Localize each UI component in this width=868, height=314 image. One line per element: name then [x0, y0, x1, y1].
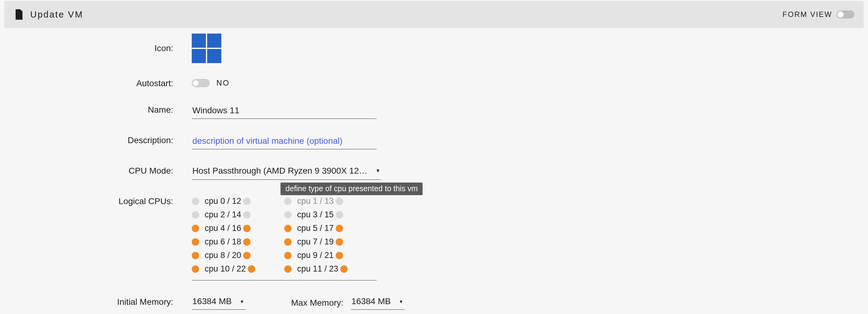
- cpu-core-toggle[interactable]: [192, 252, 199, 259]
- cpu-thread-toggle[interactable]: [243, 238, 251, 246]
- cpu-core-label: cpu 2 / 14: [205, 210, 241, 219]
- cpu-row: cpu 6 / 18cpu 7 / 19: [192, 235, 377, 249]
- cpu-row: cpu 10 / 22cpu 11 / 23: [192, 262, 377, 276]
- cpu-core-label: cpu 1 / 13: [297, 197, 334, 206]
- cpu-core-toggle[interactable]: [192, 265, 199, 273]
- cpu-core-label: cpu 6 / 18: [205, 237, 241, 247]
- windows-icon[interactable]: [192, 34, 221, 63]
- logical-cpus-label: Logical CPUs:: [0, 194, 192, 206]
- cpu-core-toggle[interactable]: [284, 265, 291, 273]
- cpu-thread-toggle[interactable]: [243, 211, 251, 218]
- cpu-core-label: cpu 8 / 20: [205, 251, 241, 260]
- chevron-down-icon: ▼: [240, 299, 244, 304]
- cpu-thread-toggle[interactable]: [336, 225, 343, 232]
- cpu-thread-toggle[interactable]: [336, 252, 343, 259]
- cpu-core-label: cpu 7 / 19: [297, 237, 334, 247]
- autostart-value: NO: [216, 78, 230, 88]
- cpu-row: cpu 8 / 20cpu 9 / 21: [192, 249, 377, 262]
- cpu-thread-toggle[interactable]: [340, 265, 348, 273]
- cpu-thread-toggle[interactable]: [248, 265, 255, 273]
- description-input[interactable]: [192, 134, 377, 149]
- cpu-core-label: cpu 3 / 15: [297, 210, 334, 219]
- cpu-core-toggle[interactable]: [192, 225, 199, 232]
- max-memory-label: Max Memory:: [291, 298, 344, 308]
- icon-label: Icon:: [0, 34, 192, 53]
- cpu-thread-toggle[interactable]: [336, 238, 343, 246]
- name-label: Name:: [0, 104, 192, 115]
- cpu-core-toggle[interactable]: [284, 252, 291, 259]
- autostart-label: Autostart:: [0, 78, 192, 89]
- cpu-core-toggle[interactable]: [192, 198, 199, 205]
- cpu-core-label: cpu 9 / 21: [297, 251, 334, 260]
- cpu-row: cpu 2 / 14cpu 3 / 15: [192, 208, 377, 222]
- cpu-mode-select[interactable]: Host Passthrough (AMD Ryzen 9 3900X 12-C…: [192, 165, 381, 180]
- cpu-core-toggle[interactable]: [284, 211, 291, 218]
- cpu-mode-tooltip: define type of cpu presented to this vm: [280, 182, 423, 195]
- cpu-thread-toggle[interactable]: [336, 198, 343, 205]
- page-title: Update VM: [30, 9, 83, 20]
- vm-doc-icon: [15, 9, 24, 20]
- cpu-thread-toggle[interactable]: [243, 252, 251, 259]
- cpu-core-toggle[interactable]: [192, 238, 199, 246]
- initial-memory-select[interactable]: 16384 MB ▼: [192, 296, 246, 310]
- form-view-label: FORM VIEW: [783, 10, 832, 19]
- max-memory-select[interactable]: 16384 MB ▼: [351, 296, 405, 310]
- cpu-mode-value: Host Passthrough (AMD Ryzen 9 3900X 12-C…: [192, 166, 368, 176]
- cpu-core-label: cpu 0 / 12: [205, 197, 241, 206]
- cpu-core-toggle[interactable]: [284, 238, 291, 246]
- cpu-core-label: cpu 4 / 16: [205, 223, 241, 233]
- max-memory-value: 16384 MB: [351, 296, 391, 306]
- cpu-thread-toggle[interactable]: [243, 198, 251, 205]
- chevron-down-icon: ▼: [399, 299, 403, 304]
- cpu-grid: cpu 0 / 12cpu 1 / 13cpu 2 / 14cpu 3 / 15…: [192, 194, 377, 280]
- cpu-row: cpu 4 / 16cpu 5 / 17: [192, 222, 377, 235]
- page-header: Update VM FORM VIEW: [4, 1, 864, 28]
- cpu-core-label: cpu 5 / 17: [297, 223, 334, 233]
- initial-memory-label: Initial Memory:: [0, 296, 192, 307]
- name-input[interactable]: [192, 104, 377, 119]
- cpu-core-label: cpu 10 / 22: [205, 264, 246, 274]
- cpu-core-toggle[interactable]: [284, 198, 291, 205]
- initial-memory-value: 16384 MB: [192, 296, 232, 306]
- form-view-toggle[interactable]: [837, 10, 855, 19]
- cpu-core-toggle[interactable]: [192, 211, 199, 218]
- cpu-thread-toggle[interactable]: [336, 211, 343, 218]
- cpu-core-toggle[interactable]: [284, 225, 291, 232]
- chevron-down-icon: ▼: [375, 168, 380, 174]
- cpu-mode-label: CPU Mode:: [0, 165, 192, 176]
- cpu-thread-toggle[interactable]: [243, 225, 251, 232]
- autostart-toggle[interactable]: [192, 79, 210, 87]
- cpu-core-label: cpu 11 / 23: [297, 264, 338, 274]
- svg-rect-1: [17, 13, 22, 18]
- description-label: Description:: [0, 134, 192, 145]
- cpu-row: cpu 0 / 12cpu 1 / 13: [192, 195, 377, 208]
